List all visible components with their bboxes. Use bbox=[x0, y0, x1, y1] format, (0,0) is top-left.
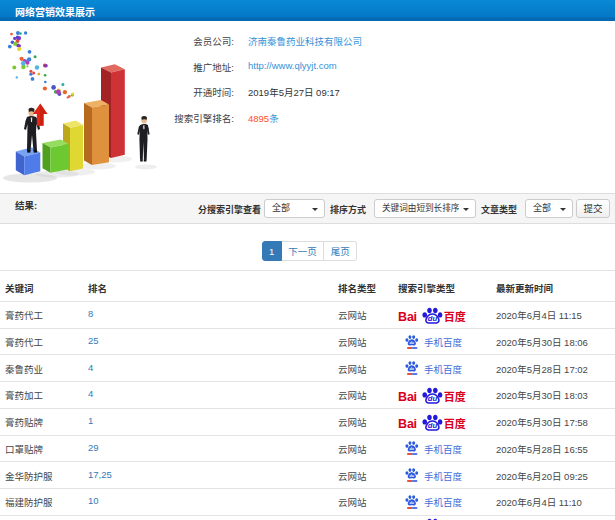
svg-text:Bai: Bai bbox=[398, 416, 417, 430]
svg-text:Bai: Bai bbox=[398, 389, 417, 403]
svg-text:du: du bbox=[410, 447, 415, 451]
svg-text:Bai: Bai bbox=[398, 309, 417, 323]
svg-text:du: du bbox=[410, 500, 415, 504]
svg-text:du: du bbox=[410, 367, 415, 371]
svg-text:du: du bbox=[428, 315, 438, 324]
svg-text:百度: 百度 bbox=[444, 387, 466, 403]
svg-text:du: du bbox=[410, 340, 415, 344]
svg-text:du: du bbox=[428, 395, 438, 404]
svg-text:du: du bbox=[428, 421, 438, 430]
svg-text:百度: 百度 bbox=[444, 307, 466, 323]
svg-text:du: du bbox=[410, 474, 415, 478]
svg-text:百度: 百度 bbox=[444, 414, 466, 430]
